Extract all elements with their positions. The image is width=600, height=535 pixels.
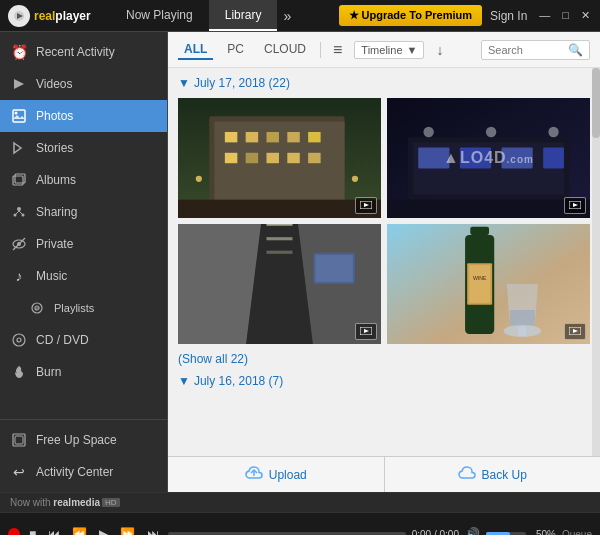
svg-marker-3 xyxy=(14,79,24,89)
sidebar-item-burn[interactable]: Burn xyxy=(0,356,167,388)
sidebar-item-activity-center[interactable]: ↩ Activity Center xyxy=(0,456,167,488)
sidebar-label-playlists: Playlists xyxy=(54,302,94,314)
photo-area[interactable]: ▼ July 17, 2018 (22) xyxy=(168,68,600,456)
sidebar-item-photos[interactable]: Photos xyxy=(0,100,167,132)
sidebar-item-free-up-space[interactable]: Free Up Space xyxy=(0,424,167,456)
timeline-select[interactable]: Timeline ▼ xyxy=(354,41,424,59)
svg-marker-7 xyxy=(14,143,21,153)
svg-line-13 xyxy=(15,211,19,215)
backup-button[interactable]: Back Up xyxy=(385,457,601,492)
sidebar-item-playlists[interactable]: Playlists xyxy=(0,292,167,324)
backup-label: Back Up xyxy=(482,468,527,482)
sidebar-label-cd-dvd: CD / DVD xyxy=(36,333,89,347)
media-type-icon-1 xyxy=(355,197,377,214)
play-button[interactable]: ▶ xyxy=(96,527,111,535)
svg-rect-62 xyxy=(266,224,292,226)
next-button[interactable]: ⏭ xyxy=(144,527,162,535)
tab-library[interactable]: Library xyxy=(209,0,278,31)
show-all-link[interactable]: (Show all 22) xyxy=(178,352,590,366)
sidebar-item-private[interactable]: Private xyxy=(0,228,167,260)
tab-now-playing[interactable]: Now Playing xyxy=(110,0,209,31)
svg-rect-36 xyxy=(287,153,299,163)
svg-rect-37 xyxy=(308,153,320,163)
volume-icon[interactable]: 🔊 xyxy=(465,527,480,535)
date-header-2[interactable]: ▼ July 16, 2018 (7) xyxy=(178,374,590,388)
stop-button[interactable]: ■ xyxy=(26,527,39,535)
svg-rect-4 xyxy=(13,110,25,122)
sidebar-item-sharing[interactable]: Sharing xyxy=(0,196,167,228)
date-header-1[interactable]: ▼ July 17, 2018 (22) xyxy=(178,76,590,90)
cd-dvd-icon xyxy=(10,331,28,349)
svg-text:WINE: WINE xyxy=(473,275,487,281)
svg-point-5 xyxy=(15,112,18,115)
logo-text: realplayer xyxy=(34,9,91,23)
svg-marker-76 xyxy=(573,329,578,333)
photo-thumb-train[interactable]: ▲LO4D.com xyxy=(387,98,590,218)
sidebar-item-stories[interactable]: Stories xyxy=(0,132,167,164)
timeline-label: Timeline xyxy=(361,44,402,56)
rewind-button[interactable]: ⏪ xyxy=(69,527,90,535)
window-controls: — □ ✕ xyxy=(535,9,594,22)
sidebar-items: ⏰ Recent Activity Videos Photos Stories xyxy=(0,32,167,419)
upload-button[interactable]: Upload xyxy=(168,457,384,492)
dropdown-arrow: ▼ xyxy=(407,44,418,56)
photo-grid-1: ▲LO4D.com xyxy=(178,98,590,344)
sort-down-icon[interactable]: ↓ xyxy=(432,40,447,60)
menu-icon[interactable]: ≡ xyxy=(329,39,346,61)
prev-button[interactable]: ⏮ xyxy=(45,527,63,535)
search-box: 🔍 xyxy=(481,40,590,60)
svg-rect-71 xyxy=(469,265,490,302)
photo-thumb-building[interactable] xyxy=(178,98,381,218)
videos-icon xyxy=(10,75,28,93)
music-icon: ♪ xyxy=(10,267,28,285)
fast-forward-button[interactable]: ⏩ xyxy=(117,527,138,535)
minimize-button[interactable]: — xyxy=(535,9,554,22)
sidebar-label-sharing: Sharing xyxy=(36,205,77,219)
svg-line-14 xyxy=(19,211,23,215)
nav-arrow[interactable]: » xyxy=(277,8,297,24)
sidebar-item-albums[interactable]: Albums xyxy=(0,164,167,196)
svg-marker-55 xyxy=(573,203,578,207)
close-button[interactable]: ✕ xyxy=(577,9,594,22)
sidebar: ⏰ Recent Activity Videos Photos Stories xyxy=(0,32,168,492)
svg-rect-29 xyxy=(246,132,258,142)
activity-center-icon: ↩ xyxy=(10,463,28,481)
svg-rect-68 xyxy=(470,227,489,235)
search-icon: 🔍 xyxy=(568,43,583,57)
upload-label: Upload xyxy=(269,468,307,482)
svg-rect-63 xyxy=(266,237,292,240)
sign-in-button[interactable]: Sign In xyxy=(490,9,527,23)
backup-cloud-icon xyxy=(458,466,476,484)
private-icon xyxy=(10,235,28,253)
maximize-button[interactable]: □ xyxy=(558,9,573,22)
real-media-text: realmedia xyxy=(51,497,100,508)
sidebar-item-recent-activity[interactable]: ⏰ Recent Activity xyxy=(0,36,167,68)
filter-cloud[interactable]: CLOUD xyxy=(258,40,312,60)
albums-icon xyxy=(10,171,28,189)
sidebar-item-videos[interactable]: Videos xyxy=(0,68,167,100)
record-button[interactable] xyxy=(8,528,20,535)
svg-point-22 xyxy=(17,338,21,342)
sidebar-label-recent-activity: Recent Activity xyxy=(36,45,115,59)
photo-thumb-bottle[interactable]: WINE xyxy=(387,224,590,344)
burn-icon xyxy=(10,363,28,381)
photo-thumb-interior[interactable] xyxy=(178,224,381,344)
filter-all[interactable]: ALL xyxy=(178,40,213,60)
svg-rect-64 xyxy=(266,251,292,254)
scrollbar-track[interactable] xyxy=(592,68,600,456)
media-type-icon-2 xyxy=(564,197,586,214)
svg-point-21 xyxy=(13,334,25,346)
svg-point-52 xyxy=(486,127,496,137)
sidebar-label-albums: Albums xyxy=(36,173,76,187)
scrollbar-thumb[interactable] xyxy=(592,68,600,138)
stories-icon xyxy=(10,139,28,157)
sidebar-item-music[interactable]: ♪ Music xyxy=(0,260,167,292)
upgrade-button[interactable]: ★ Upgrade To Premium xyxy=(339,5,482,26)
search-input[interactable] xyxy=(488,44,568,56)
svg-rect-24 xyxy=(15,436,23,444)
svg-rect-40 xyxy=(178,200,381,218)
svg-rect-61 xyxy=(315,255,352,282)
filter-pc[interactable]: PC xyxy=(221,40,250,60)
sidebar-item-cd-dvd[interactable]: CD / DVD xyxy=(0,324,167,356)
sidebar-label-burn: Burn xyxy=(36,365,61,379)
